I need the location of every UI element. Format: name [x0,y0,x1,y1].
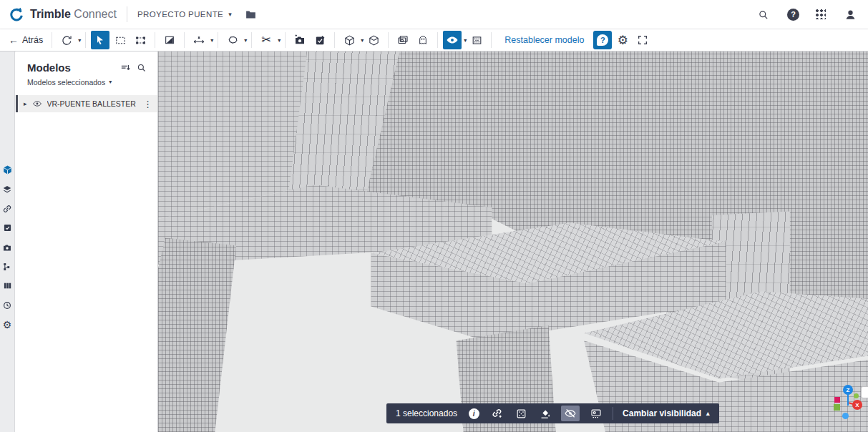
settings-button[interactable]: ⚙ [613,31,632,49]
view-cube-button[interactable] [340,31,359,49]
measure-dropdown-caret[interactable]: ▾ [210,37,213,44]
brand-title: Trimble Connect [30,8,117,21]
model-list-item[interactable]: ▸ VR-PUENTE BALLESTER... ⋮ [16,95,157,112]
section-tool-button[interactable]: ✂ [257,31,275,49]
label-icon[interactable] [589,406,603,421]
reset-model-link[interactable]: Restablecer modelo [504,35,584,45]
visibility-dropdown-caret[interactable]: ▾ [464,37,467,44]
divider [251,32,252,48]
panel-search-icon[interactable] [133,59,149,75]
rail-tables-icon[interactable] [2,280,13,291]
sort-icon[interactable] [117,59,133,75]
z-axis-line [847,393,849,406]
project-selector[interactable]: PROYECTO PUENTE ▾ [137,10,232,19]
divider [218,32,218,48]
model-name: VR-PUENTE BALLESTER... [47,99,136,108]
expand-icon[interactable]: ▸ [24,100,27,107]
rail-settings-icon[interactable]: ⚙ [2,319,13,330]
clip-box-button[interactable] [364,31,383,49]
info-icon[interactable]: i [467,406,481,421]
topbar-right-icons: ? [755,0,858,29]
ghost-mode-button[interactable] [414,31,432,49]
paint-icon[interactable] [537,406,552,421]
models-panel-header: Modelos Modelos seleccionados ▾ [16,51,157,87]
back-arrow-icon: ← [9,35,19,45]
divider [388,32,389,48]
selected-count: 1 seleccionados [396,408,457,418]
app-grid-icon[interactable] [816,9,826,19]
rail-models-icon[interactable] [2,165,13,175]
question-bubble-icon: ? [597,34,608,46]
models-filter-dropdown[interactable]: Modelos seleccionados ▾ [27,78,149,87]
trimble-connect-app: Trimble Connect PROYECTO PUENTE ▾ ? ← At… [0,0,868,432]
change-visibility-label: Cambiar visibilidad [623,408,701,418]
models-panel: Modelos Modelos seleccionados ▾ ▸ VR-PUE… [16,51,158,432]
gear-icon: ⚙ [618,34,628,46]
chevron-down-icon: ▾ [228,11,232,18]
divider [184,32,185,48]
measure-tool-button[interactable] [190,31,208,49]
viewer-help-button[interactable]: ? [593,31,612,49]
change-visibility-button[interactable]: Cambiar visibilidad ▴ [623,408,710,418]
lasso-tool-button[interactable] [223,31,242,49]
brand-connect: Connect [74,8,117,20]
polygon-select-button[interactable] [131,31,150,49]
folder-icon[interactable] [245,9,257,21]
search-icon[interactable] [755,6,771,22]
divider [85,32,86,48]
model-visible-eye-icon[interactable] [32,99,42,109]
rail-todos-icon[interactable] [2,222,13,233]
axis-handle-green[interactable] [834,404,840,411]
model-viewport[interactable] [158,51,868,432]
y-axis-dot[interactable] [854,393,859,398]
top-bar: Trimble Connect PROYECTO PUENTE ▾ ? [0,0,868,29]
viewer-toolbar: ← Atrás ▾ ▾ ▾ [0,29,868,51]
invert-selection-button[interactable] [160,31,179,49]
attach-link-icon[interactable] [490,406,504,421]
chevron-down-icon: ▾ [109,79,112,85]
snapshot-button[interactable] [291,31,309,49]
divider [491,32,492,48]
fullscreen-button[interactable] [633,31,652,49]
rail-history-icon[interactable] [2,300,13,310]
section-dropdown-caret[interactable]: ▾ [278,37,281,44]
render-mode-button[interactable] [467,31,486,49]
lasso-dropdown-caret[interactable]: ▾ [244,37,247,44]
selection-toolbar: 1 seleccionados i Cambiar visibilidad ▴ [386,403,719,423]
rail-views-icon[interactable] [2,242,13,252]
isolate-icon[interactable] [514,406,528,421]
edge-widget-partial[interactable] [861,386,868,398]
back-button[interactable]: ← Atrás [4,35,47,45]
divider [285,32,286,48]
project-name: PROYECTO PUENTE [137,10,223,19]
axis-handle-blue[interactable] [842,413,849,419]
select-tool-button[interactable] [91,31,109,49]
orbit-dropdown-caret[interactable]: ▾ [78,37,81,44]
divider [334,32,335,48]
profile-icon[interactable] [842,6,858,22]
divider [127,6,127,22]
divider [52,32,52,48]
trimble-logo-icon[interactable] [9,6,24,22]
axis-handle-magenta[interactable] [834,397,840,403]
presentation-button[interactable] [394,31,412,49]
x-axis-badge[interactable]: X [852,400,862,410]
rail-layers-icon[interactable] [2,184,13,195]
rail-hierarchy-icon[interactable] [2,261,13,272]
brand-trimble: Trimble [30,8,71,20]
view-cube-dropdown-caret[interactable]: ▾ [361,37,364,44]
panel-title: Modelos [27,62,117,74]
z-axis-badge[interactable]: Z [843,385,853,395]
chevron-up-icon: ▴ [706,411,710,417]
help-icon[interactable]: ? [787,9,799,21]
rail-links-icon[interactable] [2,203,13,214]
visibility-button[interactable] [443,31,462,49]
hide-icon[interactable] [561,406,580,421]
back-label: Atrás [22,35,43,45]
kebab-menu-icon[interactable]: ⋮ [141,99,155,109]
divider [613,407,613,420]
markup-button[interactable] [311,31,329,49]
models-filter-label: Modelos seleccionados [27,78,105,87]
orbit-tool-button[interactable] [57,31,76,49]
rectangle-select-button[interactable] [111,31,130,49]
